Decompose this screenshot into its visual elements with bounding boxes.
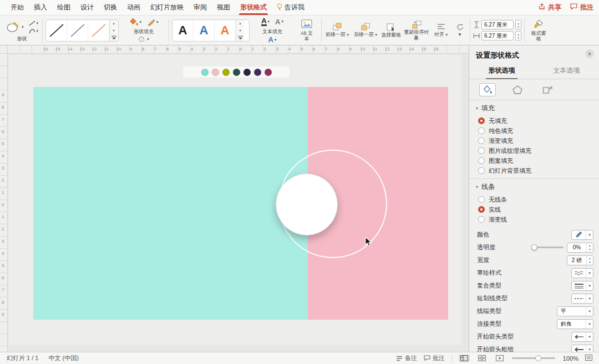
alt-text-button[interactable]: Alt 文本 [297,18,317,43]
radio-option[interactable]: 无填充 [469,116,599,126]
slider-knob[interactable] [531,244,537,250]
line-style-option[interactable] [46,20,67,41]
begin-arrow-type-dropdown[interactable]: ▾ [571,332,593,342]
radio-selected-icon[interactable] [478,206,485,213]
comments-toggle-button[interactable]: 批注 [424,354,445,362]
menu-tab-transitions[interactable]: 切换 [99,0,122,15]
zoom-slider-knob[interactable] [535,355,541,361]
width-stepper[interactable]: 2 磅▴▾ [567,255,593,265]
size-properties-tab-icon[interactable] [539,83,556,96]
menu-tab-animations[interactable]: 动画 [122,0,145,15]
rotate-button[interactable]: ▾ [453,23,467,37]
stepper-arrows[interactable]: ▴▾ [586,243,593,252]
radio-option[interactable]: 渐变线 [469,214,599,224]
line-style-option[interactable] [88,20,109,41]
menu-tab-tell-me[interactable]: 告诉我 [272,0,309,15]
shape-height-input[interactable]: 6.27 厘米 [481,20,514,29]
radio-option[interactable]: 图片或纹理填充 [469,146,599,156]
color-swatch[interactable] [243,69,251,76]
radio-unselected-icon[interactable] [478,157,485,164]
menu-tab-shape-format[interactable]: 形状格式 [235,0,272,15]
normal-view-button[interactable] [459,355,470,362]
white-circle-shape[interactable] [276,173,338,235]
menu-tab-slide-show[interactable]: 幻灯片放映 [145,0,189,15]
slide-sorter-view-button[interactable] [476,355,488,362]
radio-option[interactable]: 无线条 [469,194,599,204]
zoom-slider[interactable] [512,357,555,359]
transparency-slider[interactable] [532,247,564,248]
dash-type-dropdown[interactable]: ▾ [571,294,593,304]
radio-unselected-icon[interactable] [478,137,485,144]
radio-option[interactable]: 图案填充 [469,156,599,166]
notes-toggle-button[interactable]: 备注 [396,354,417,362]
radio-unselected-icon[interactable] [478,167,485,174]
slide-left-half[interactable] [33,87,308,320]
compound-type-dropdown[interactable]: ▾ [571,281,593,291]
tab-shape-options[interactable]: 形状选项 [469,63,534,79]
gallery-more-button[interactable]: ▴ ▾ [109,20,118,41]
menu-tab-insert[interactable]: 插入 [29,0,52,15]
menu-tab-review[interactable]: 审阅 [189,0,212,15]
color-swatch[interactable] [254,69,261,76]
shape-fill-button[interactable]: ▾ [128,17,144,27]
close-pane-button[interactable]: × [585,49,594,58]
tab-text-options[interactable]: 文本选项 [534,63,599,79]
format-pane-button[interactable]: 格式窗格 [527,18,550,43]
text-style-option[interactable]: A [215,20,236,41]
join-type-dropdown[interactable]: 斜角▾ [557,319,593,329]
color-swatch[interactable] [222,69,230,76]
text-style-option[interactable]: A [172,20,194,41]
slide-canvas[interactable]: 1615141312111098765432101234567891011121… [0,45,469,352]
shape-width-input[interactable]: 6.27 厘米 [481,31,514,40]
text-style-option[interactable]: A [194,20,215,41]
shape-outline-button[interactable]: ▾ [145,17,160,27]
zoom-value[interactable]: 100% [562,355,578,362]
radio-unselected-icon[interactable] [478,216,485,223]
align-button[interactable]: 对齐 ▾ [432,23,450,38]
radio-unselected-icon[interactable] [478,127,485,134]
reorder-objects-button[interactable]: 重新排序对象 [404,20,429,40]
gallery-more-button[interactable]: ▴ ▾ [236,20,244,41]
color-swatch[interactable] [201,69,209,76]
menu-tab-home[interactable]: 开始 [6,0,29,15]
stepper-arrows[interactable]: ▴▾ [586,256,593,265]
radio-option[interactable]: 纯色填充 [469,126,599,136]
comments-button[interactable]: 批注 [570,3,593,12]
fill-section-header[interactable]: ▾ 填充 [469,100,599,115]
transparency-stepper[interactable]: 0%▴▾ [567,243,593,253]
menu-tab-view[interactable]: 视图 [212,0,235,15]
radio-unselected-icon[interactable] [478,147,485,154]
color-swatch[interactable] [233,69,240,76]
color-picker-button[interactable]: ▾ [571,230,593,240]
cap-type-dropdown[interactable]: 平▾ [557,306,593,316]
text-effects-button[interactable]: A ▾ [267,35,278,44]
selection-pane-button[interactable]: 选择窗格 [381,23,401,38]
fill-line-tab-icon[interactable] [479,83,496,96]
line-section-header[interactable]: ▾ 线条 [469,178,599,194]
insert-shape-button[interactable]: ▾ [4,19,26,35]
bring-forward-button[interactable]: 前移一层 ▾ [324,23,350,38]
curve-tool-button[interactable]: ▾ [28,28,40,34]
menu-tab-draw[interactable]: 绘图 [52,0,75,15]
fit-to-window-button[interactable] [585,355,592,362]
menu-tab-design[interactable]: 设计 [75,0,99,15]
send-backward-button[interactable]: 后移一层 ▾ [353,23,378,38]
sketch-style-dropdown[interactable]: ▾ [571,268,593,278]
shape-effects-button[interactable]: ▾ [136,35,151,44]
share-button[interactable]: 共享 [539,3,561,12]
radio-selected-icon[interactable] [478,117,485,124]
color-swatch[interactable] [265,69,272,76]
slideshow-view-button[interactable] [494,355,505,362]
width-stepper[interactable]: ▴▾ [515,31,521,40]
language-indicator[interactable]: 中文 (中国) [48,354,78,362]
line-tool-button[interactable]: ▾ [28,20,40,27]
color-swatch[interactable] [212,69,219,76]
height-stepper[interactable]: ▴▾ [515,20,521,29]
effects-tab-icon[interactable] [509,83,526,96]
radio-option[interactable]: 幻灯片背景填充 [469,166,599,176]
line-style-option[interactable] [67,20,88,41]
radio-unselected-icon[interactable] [478,196,485,203]
radio-option[interactable]: 实线 [469,204,599,214]
text-fill-button[interactable]: A ▾ [260,16,271,27]
radio-option[interactable]: 渐变填充 [469,136,599,146]
